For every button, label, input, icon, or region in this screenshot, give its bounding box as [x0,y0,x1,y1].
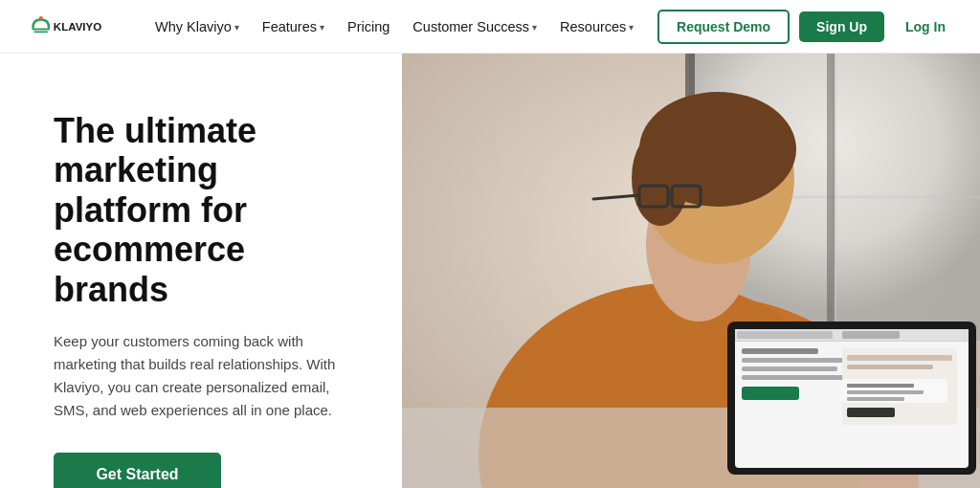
svg-rect-32 [847,355,952,361]
nav-actions: Request Demo Sign Up Log In [657,10,957,44]
nav-customer-success[interactable]: Customer Success ▾ [403,13,546,40]
log-in-button[interactable]: Log In [894,11,957,42]
svg-rect-30 [742,387,799,400]
svg-rect-37 [847,390,924,394]
svg-rect-23 [737,331,833,339]
logo-text: KLAVIYO [54,21,101,33]
get-started-button[interactable]: Get Started [54,453,221,488]
chevron-down-icon: ▾ [234,22,239,33]
svg-rect-8 [827,54,835,360]
hero-section: The ultimate marketing platform for ecom… [0,54,980,488]
sign-up-button[interactable]: Sign Up [799,11,884,42]
nav-pricing[interactable]: Pricing [338,13,399,40]
request-demo-button[interactable]: Request Demo [657,10,790,44]
chevron-down-icon: ▾ [629,22,634,33]
svg-rect-29 [742,375,847,380]
svg-rect-25 [735,341,969,342]
svg-rect-27 [742,358,857,363]
klaviyo-logo-svg: KLAVIYO [23,13,119,40]
svg-rect-26 [742,348,818,354]
chevron-down-icon: ▾ [532,22,537,33]
svg-rect-34 [847,408,895,417]
nav-features[interactable]: Features ▾ [253,13,334,40]
svg-rect-38 [847,397,904,401]
hero-heading: The ultimate marketing platform for ecom… [54,111,364,309]
hero-image [402,54,980,488]
hero-content: The ultimate marketing platform for ecom… [0,54,402,488]
nav-resources[interactable]: Resources ▾ [550,13,643,40]
hero-subtext: Keep your customers coming back with mar… [54,330,350,422]
chevron-down-icon: ▾ [320,22,324,33]
logo[interactable]: KLAVIYO [23,13,119,40]
logo-icon [33,15,48,31]
svg-rect-36 [847,384,914,388]
hero-photo-svg [402,54,980,488]
nav-links: Why Klaviyo ▾ Features ▾ Pricing Custome… [145,13,657,40]
navigation: KLAVIYO Why Klaviyo ▾ Features ▾ Pricing… [0,0,980,54]
nav-why-klaviyo[interactable]: Why Klaviyo ▾ [145,13,249,40]
svg-rect-33 [847,365,933,369]
svg-rect-28 [742,366,837,371]
svg-point-14 [632,130,689,226]
svg-rect-24 [842,331,900,339]
svg-point-0 [39,15,43,19]
